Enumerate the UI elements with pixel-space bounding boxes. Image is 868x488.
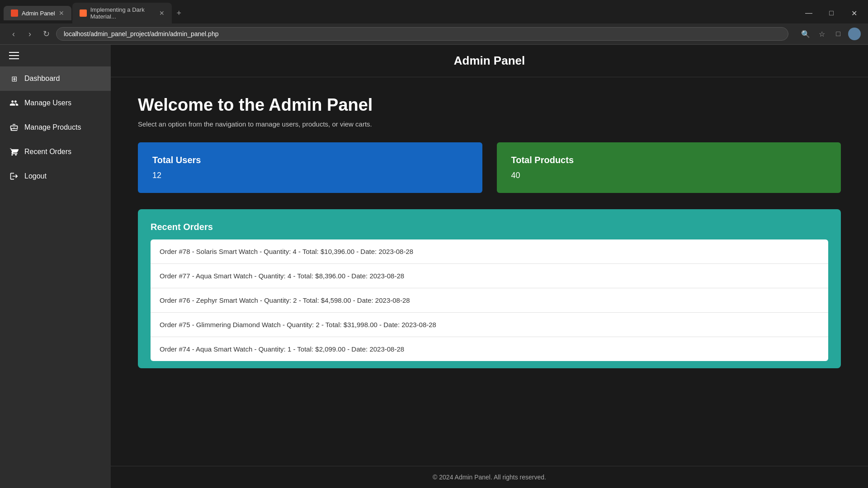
sidebar-item-label-manage-users: Manage Users (24, 99, 71, 107)
tab-favicon-dark (80, 9, 87, 17)
minimize-button[interactable]: — (798, 7, 819, 19)
cart-icon (9, 147, 19, 157)
sidebar-item-label-recent-orders: Recent Orders (24, 148, 71, 156)
sidebar-item-manage-users[interactable]: Manage Users (0, 91, 111, 115)
order-item-74: Order #74 - Aqua Smart Watch - Quantity:… (151, 337, 828, 361)
order-item-75: Order #75 - Glimmering Diamond Watch - Q… (151, 313, 828, 337)
tab-favicon-admin (11, 9, 18, 17)
total-users-value: 12 (152, 171, 468, 180)
welcome-subtitle: Select an option from the navigation to … (138, 120, 841, 128)
hamburger-icon (9, 52, 102, 59)
tab-dark[interactable]: Implementing a Dark Material... ✕ (72, 3, 172, 23)
orders-list: Order #78 - Solaris Smart Watch - Quanti… (151, 239, 828, 361)
extension-icon[interactable]: □ (832, 28, 844, 40)
order-item-78: Order #78 - Solaris Smart Watch - Quanti… (151, 239, 828, 264)
forward-button[interactable]: › (24, 28, 36, 40)
tab-bar: Admin Panel ✕ Implementing a Dark Materi… (0, 0, 868, 23)
users-icon (9, 98, 19, 108)
sidebar-item-label-dashboard: Dashboard (24, 75, 60, 83)
footer-text: © 2024 Admin Panel. All rights reserved. (433, 474, 546, 481)
total-users-label: Total Users (152, 155, 468, 165)
main-wrapper: Admin Panel Welcome to the Admin Panel S… (111, 45, 868, 488)
stat-card-total-products: Total Products 40 (497, 142, 841, 193)
total-products-label: Total Products (511, 155, 827, 165)
address-bar: ‹ › ↻ localhost/admin_panel_project/admi… (0, 23, 868, 45)
tab-admin[interactable]: Admin Panel ✕ (4, 6, 71, 20)
main-content: Welcome to the Admin Panel Select an opt… (111, 77, 868, 466)
orders-title: Recent Orders (151, 222, 828, 232)
stat-card-total-users: Total Users 12 (138, 142, 482, 193)
tab-label-admin: Admin Panel (22, 10, 55, 17)
page-title: Admin Panel (454, 54, 525, 67)
logout-icon (9, 171, 19, 181)
app: ⊞ Dashboard Manage Users Manage Products (0, 45, 868, 488)
orders-card: Recent Orders Order #78 - Solaris Smart … (138, 209, 841, 368)
sidebar-item-label-logout: Logout (24, 172, 47, 180)
url-input[interactable]: localhost/admin_panel_project/admin/admi… (56, 27, 788, 41)
sidebar-item-recent-orders[interactable]: Recent Orders (0, 140, 111, 164)
sidebar-item-dashboard[interactable]: ⊞ Dashboard (0, 66, 111, 91)
url-text: localhost/admin_panel_project/admin/admi… (64, 30, 218, 38)
profile-button[interactable] (848, 28, 861, 40)
stats-row: Total Users 12 Total Products 40 (138, 142, 841, 193)
maximize-button[interactable]: □ (821, 7, 842, 19)
order-item-76: Order #76 - Zephyr Smart Watch - Quantit… (151, 288, 828, 313)
sidebar-item-manage-products[interactable]: Manage Products (0, 115, 111, 140)
browser-chrome: Admin Panel ✕ Implementing a Dark Materi… (0, 0, 868, 45)
products-icon (9, 122, 19, 132)
total-products-value: 40 (511, 171, 827, 180)
tab-close-admin[interactable]: ✕ (59, 9, 64, 17)
zoom-icon[interactable]: 🔍 (799, 28, 812, 40)
sidebar: ⊞ Dashboard Manage Users Manage Products (0, 45, 111, 488)
order-item-77: Order #77 - Aqua Smart Watch - Quantity:… (151, 264, 828, 288)
footer: © 2024 Admin Panel. All rights reserved. (111, 466, 868, 488)
back-button[interactable]: ‹ (7, 28, 20, 40)
tab-close-dark[interactable]: ✕ (159, 9, 165, 17)
dashboard-icon: ⊞ (9, 74, 19, 84)
new-tab-button[interactable]: + (173, 7, 185, 19)
hamburger-button[interactable] (0, 45, 111, 66)
refresh-button[interactable]: ↻ (40, 28, 52, 40)
welcome-title: Welcome to the Admin Panel (138, 95, 841, 115)
close-button[interactable]: ✕ (844, 7, 864, 19)
tab-label-dark: Implementing a Dark Material... (90, 6, 156, 20)
window-controls: — □ ✕ (798, 7, 864, 19)
sidebar-item-label-manage-products: Manage Products (24, 123, 81, 131)
page-header: Admin Panel (111, 45, 868, 77)
address-icons: 🔍 ☆ □ (799, 28, 861, 40)
bookmark-icon[interactable]: ☆ (816, 28, 828, 40)
sidebar-item-logout[interactable]: Logout (0, 164, 111, 188)
